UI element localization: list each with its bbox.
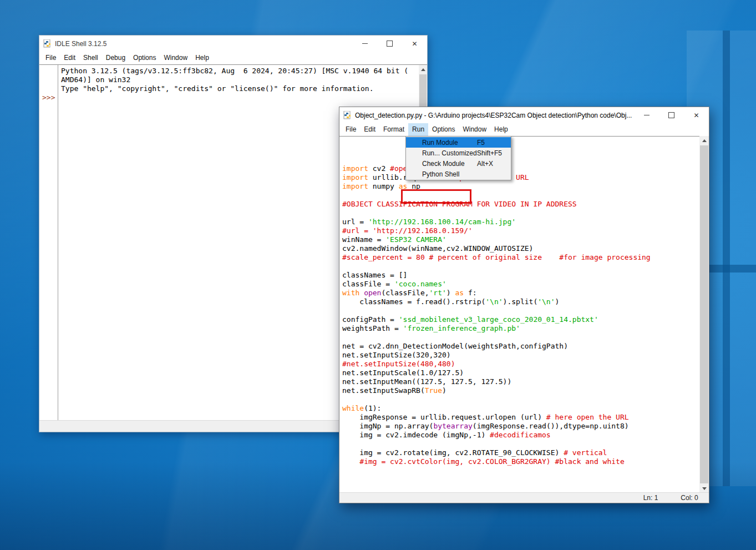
- editor-scrollbar-thumb[interactable]: [700, 145, 708, 483]
- code-line: net.setInputMean((127.5, 127.5, 127.5)): [342, 377, 699, 386]
- code-line: weightsPath = 'frozen_inference_graph.pb…: [342, 324, 699, 333]
- run-menu-item-python-shell[interactable]: Python Shell: [406, 169, 511, 179]
- code-line: img = cv2.rotate(img, cv2.ROTATE_90_CLOC…: [342, 448, 699, 457]
- shell-titlebar[interactable]: IDLE Shell 3.12.5 ✕: [39, 36, 427, 52]
- editor-close-button[interactable]: ✕: [684, 107, 709, 123]
- close-icon: ✕: [693, 112, 699, 119]
- maximize-icon: [668, 112, 674, 118]
- code-line: [342, 191, 699, 200]
- code-line: [342, 484, 699, 493]
- editor-scrollbar[interactable]: [699, 136, 709, 493]
- shell-output-line: AMD64)] on win32: [61, 75, 418, 84]
- run-menu-item-run-module[interactable]: Run ModuleF5: [406, 137, 511, 148]
- code-line: import urllib.request #to open and read …: [342, 173, 699, 182]
- code-line: #OBJECT CLASSIFICATION PROGRAM FOR VIDEO…: [342, 200, 699, 209]
- code-line: [342, 395, 699, 404]
- code-editor-text-area[interactable]: import cv2 #opencv libraryimport urllib.…: [339, 136, 699, 493]
- menu-item-accelerator: Shift+F5: [477, 149, 502, 157]
- menu-help[interactable]: Help: [191, 52, 213, 64]
- menu-run[interactable]: Run: [408, 123, 428, 136]
- column-indicator: Col: 0: [670, 494, 709, 502]
- code-line: url = 'http://192.168.100.14/cam-hi.jpg': [342, 218, 699, 226]
- code-line: #scale_percent = 80 # percent of origina…: [342, 253, 699, 262]
- code-line: #img = cv2.cvtColor(img, cv2.COLOR_BGR2G…: [342, 457, 699, 466]
- shell-maximize-button[interactable]: [377, 36, 402, 52]
- menu-file[interactable]: File: [342, 123, 360, 136]
- scroll-up-icon[interactable]: [699, 136, 709, 145]
- menu-format[interactable]: Format: [379, 123, 408, 136]
- maximize-icon: [387, 41, 393, 47]
- minimize-icon: [644, 115, 650, 115]
- minimize-icon: [362, 43, 368, 44]
- menu-item-label: Run... Customized: [422, 149, 477, 157]
- menu-help[interactable]: Help: [490, 123, 512, 136]
- menu-window[interactable]: Window: [160, 52, 191, 64]
- code-line: #url = 'http://192.168.0.159/': [342, 226, 699, 235]
- menu-options[interactable]: Options: [428, 123, 459, 136]
- menu-item-accelerator: Alt+X: [477, 160, 493, 168]
- code-line: cv2.namedWindow(winName,cv2.WINDOW_AUTOS…: [342, 244, 699, 253]
- menu-edit[interactable]: Edit: [60, 52, 79, 64]
- code-line: net.setInputSize(320,320): [342, 351, 699, 360]
- code-line: net = cv2.dnn_DetectionModel(weightsPath…: [342, 342, 699, 351]
- shell-output-line: Type "help", "copyright", "credits" or "…: [61, 84, 418, 93]
- editor-maximize-button[interactable]: [659, 107, 684, 123]
- shell-prompt: >>>: [42, 93, 55, 102]
- line-indicator: Ln: 1: [631, 494, 670, 502]
- code-line: img = cv2.imdecode (imgNp,-1) #decodific…: [342, 431, 699, 440]
- code-line: classFile = 'coco.names': [342, 280, 699, 289]
- menu-debug[interactable]: Debug: [102, 52, 129, 64]
- menu-item-label: Run Module: [422, 139, 458, 147]
- code-line: with open(classFile,'rt') as f:: [342, 289, 699, 297]
- scroll-down-icon[interactable]: [699, 484, 709, 493]
- shell-output-text: Python 3.12.5 (tags/v3.12.5:ff3bc82, Aug…: [61, 67, 418, 93]
- code-line: imgNp = np.array(bytearray(imgResponse.r…: [342, 422, 699, 431]
- run-dropdown-menu: Run ModuleF5Run... CustomizedShift+F5Che…: [405, 136, 511, 180]
- menu-file[interactable]: File: [42, 52, 60, 64]
- close-icon: ✕: [412, 41, 417, 47]
- code-line: [342, 209, 699, 218]
- code-line: net.setInputScale(1.0/127.5): [342, 369, 699, 377]
- code-line: [342, 333, 699, 342]
- code-line: import cv2 #opencv library: [342, 164, 699, 173]
- menu-item-accelerator: F5: [477, 139, 485, 147]
- menu-item-label: Python Shell: [422, 170, 459, 178]
- shell-prompt-sidebar: >>>: [39, 65, 58, 421]
- code-line: classNames = []: [342, 271, 699, 280]
- code-line: [342, 306, 699, 315]
- run-menu-item-check-module[interactable]: Check ModuleAlt+X: [406, 158, 511, 169]
- code-line: #net.setInputSize(480,480): [342, 360, 699, 369]
- code-line: while(1):: [342, 404, 699, 413]
- code-line: [342, 466, 699, 475]
- code-line: classNames = f.read().rstrip('\n').split…: [342, 297, 699, 306]
- editor-minimize-button[interactable]: [634, 107, 659, 123]
- scroll-up-icon[interactable]: [419, 65, 427, 74]
- code-line: imgResponse = urllib.request.urlopen (ur…: [342, 413, 699, 422]
- python-file-icon: [343, 111, 352, 119]
- shell-window-title: IDLE Shell 3.12.5: [55, 40, 106, 48]
- editor-window: Object_detection.py.py - G:\Arduino proj…: [339, 107, 709, 503]
- code-line: winName = 'ESP32 CAMERA': [342, 235, 699, 244]
- editor-menubar: FileEditFormatRunOptionsWindowHelp: [339, 123, 709, 136]
- editor-window-title: Object_detection.py.py - G:\Arduino proj…: [355, 112, 632, 119]
- ip-address-highlight-box: [401, 189, 471, 204]
- code-line: configPath = 'ssd_mobilenet_v3_large_coc…: [342, 315, 699, 324]
- shell-output-line: Python 3.12.5 (tags/v3.12.5:ff3bc82, Aug…: [61, 67, 418, 75]
- editor-titlebar[interactable]: Object_detection.py.py - G:\Arduino proj…: [339, 107, 709, 123]
- code-line: [342, 440, 699, 448]
- python-file-icon: [43, 39, 52, 48]
- shell-menubar: FileEditShellDebugOptionsWindowHelp: [39, 52, 427, 64]
- code-line: [342, 262, 699, 271]
- code-line: net.setInputSwapRB(True): [342, 386, 699, 395]
- editor-statusbar: Ln: 1 Col: 0: [339, 492, 709, 503]
- shell-minimize-button[interactable]: [352, 36, 377, 52]
- menu-shell[interactable]: Shell: [79, 52, 102, 64]
- menu-item-label: Check Module: [422, 160, 465, 168]
- shell-close-button[interactable]: ✕: [402, 36, 427, 52]
- menu-window[interactable]: Window: [459, 123, 490, 136]
- menu-options[interactable]: Options: [129, 52, 160, 64]
- code-line: [342, 475, 699, 484]
- run-menu-item-run-customized[interactable]: Run... CustomizedShift+F5: [406, 148, 511, 158]
- code-line: import numpy as np: [342, 182, 699, 191]
- menu-edit[interactable]: Edit: [360, 123, 379, 136]
